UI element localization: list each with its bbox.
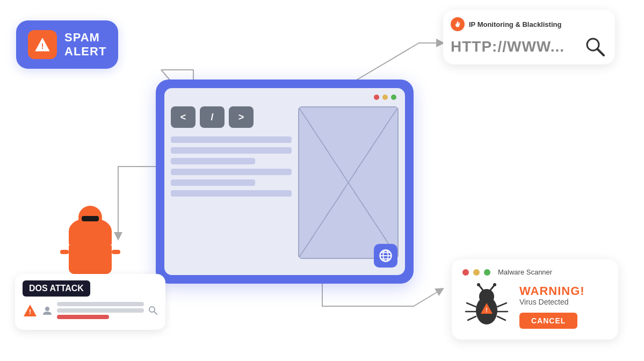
dos-line-1 [57, 302, 144, 306]
dos-card: DOS ATTACK ! [15, 274, 165, 330]
ip-url-text: HTTP://WWW... [451, 38, 582, 55]
malware-scanner-bubble: Malware Scanner ! WARNING! [452, 259, 618, 340]
svg-line-3 [597, 49, 604, 55]
cancel-button[interactable]: CANCEL [519, 313, 577, 329]
bug-icon: ! [462, 283, 511, 331]
browser-left: < / > [171, 106, 292, 259]
warning-triangle-icon: ! [34, 37, 50, 53]
dot-yellow [382, 95, 388, 100]
hacker-arm-left [60, 250, 69, 254]
content-line-1 [171, 136, 292, 143]
globe-icon [378, 248, 393, 263]
malware-dot-green [484, 269, 490, 276]
spam-alert-text: SPAM ALERT [64, 31, 106, 59]
ip-url-row: HTTP://WWW... [451, 37, 605, 57]
malware-scanner-title: Malware Scanner [498, 268, 552, 276]
hacker-body [69, 244, 112, 274]
code-btn-slash: / [200, 106, 225, 128]
globe-icon-box [374, 244, 397, 268]
content-line-4 [171, 169, 292, 175]
search-small-icon [148, 306, 158, 315]
hacker-arm-right [112, 250, 120, 254]
browser-window: < / > [156, 80, 414, 284]
browser-dots [171, 95, 399, 100]
browser-right [298, 106, 399, 259]
svg-point-18 [477, 283, 480, 286]
svg-line-25 [497, 316, 505, 320]
warning-text: WARNING! [519, 285, 607, 298]
svg-line-20 [467, 303, 476, 307]
dot-green [391, 95, 396, 100]
profile-icon [42, 305, 53, 316]
ip-monitoring-title: IP Monitoring & Blacklisting [469, 20, 561, 28]
email-x-lines [298, 106, 399, 259]
flame-icon-box [451, 17, 465, 31]
svg-line-22 [468, 316, 476, 320]
flame-icon [454, 20, 461, 28]
svg-text:!: ! [486, 307, 487, 313]
code-buttons: < / > [171, 106, 292, 128]
svg-text:!: ! [29, 308, 31, 316]
content-line-2 [171, 147, 292, 154]
spam-icon-box: ! [28, 30, 57, 59]
svg-text:!: ! [41, 42, 44, 50]
dos-line-2 [57, 308, 144, 313]
malware-info: WARNING! Virus Detected CANCEL [519, 285, 607, 329]
malware-header: Malware Scanner [462, 268, 607, 276]
dos-label: DOS ATTACK [23, 280, 90, 297]
magnifier-icon [585, 37, 605, 57]
malware-dot-red [462, 269, 469, 276]
dos-attack-bubble: DOS ATTACK ! [15, 210, 165, 330]
ip-bubble-header: IP Monitoring & Blacklisting [451, 17, 605, 31]
svg-line-23 [497, 303, 506, 307]
browser-content: < / > [171, 106, 399, 259]
dos-line-red [57, 315, 109, 319]
email-placeholder [298, 106, 399, 259]
content-line-5 [171, 179, 255, 186]
spam-alert-bubble: ! SPAM ALERT [16, 20, 118, 69]
dot-red [374, 95, 379, 100]
content-line-3 [171, 158, 255, 164]
warning-triangle-small-icon: ! [23, 303, 38, 318]
svg-point-19 [493, 283, 496, 286]
virus-detected-text: Virus Detected [519, 298, 607, 306]
code-btn-gt: > [229, 106, 254, 128]
browser-inner: < / > [164, 88, 405, 275]
code-btn-lt: < [171, 106, 196, 128]
dos-row-1: ! [23, 302, 158, 319]
malware-dot-yellow [473, 269, 480, 276]
content-line-6 [171, 190, 292, 197]
hacker-head [78, 206, 102, 229]
hacker-hood [69, 218, 112, 244]
dos-lines [57, 302, 144, 319]
svg-line-12 [154, 312, 157, 314]
malware-body: ! WARNING! Virus Detected CANCEL [462, 283, 607, 331]
hacker-glasses [82, 216, 99, 221]
ip-monitoring-bubble: IP Monitoring & Blacklisting HTTP://WWW.… [443, 10, 615, 64]
svg-point-14 [479, 289, 494, 304]
svg-point-10 [45, 307, 49, 311]
